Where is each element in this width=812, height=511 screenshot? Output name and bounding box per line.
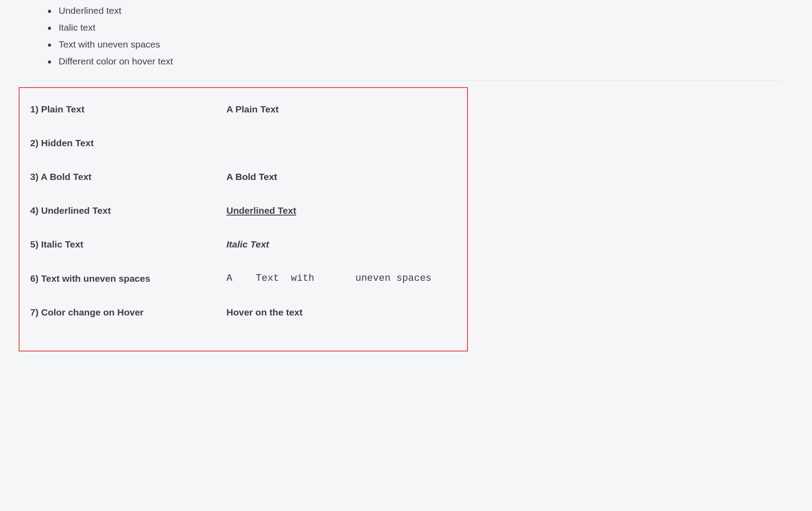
row-label: 1) Plain Text <box>30 104 226 115</box>
demo-box: 1) Plain Text A Plain Text 2) Hidden Tex… <box>19 87 468 351</box>
bold-text-value: A Bold Text <box>226 172 277 182</box>
row-label: 7) Color change on Hover <box>30 307 226 318</box>
bullet-item: Different color on hover text <box>48 53 781 70</box>
row-bold-text: 3) A Bold Text A Bold Text <box>30 160 456 194</box>
row-italic-text: 5) Italic Text Italic Text <box>30 228 456 261</box>
row-label: 4) Underlined Text <box>30 205 226 216</box>
row-label: 6) Text with uneven spaces <box>30 273 226 284</box>
bullet-item: Underlined text <box>48 2 781 19</box>
bullet-list: Underlined text Italic text Text with un… <box>31 2 781 70</box>
row-label: 2) Hidden Text <box>30 138 226 148</box>
row-underlined-text: 4) Underlined Text Underlined Text <box>30 194 456 228</box>
row-label: 5) Italic Text <box>30 239 226 250</box>
row-uneven-spaces-text: 6) Text with uneven spaces A Text with u… <box>30 261 456 295</box>
row-hover-text: 7) Color change on Hover Hover on the te… <box>30 295 456 329</box>
plain-text-value: A Plain Text <box>226 104 279 115</box>
uneven-spaces-text-value: A Text with uneven spaces <box>226 273 432 284</box>
bullet-item: Italic text <box>48 19 781 36</box>
underlined-text-value: Underlined Text <box>226 205 296 216</box>
divider <box>31 80 781 81</box>
row-plain-text: 1) Plain Text A Plain Text <box>30 92 456 126</box>
bullet-item: Text with uneven spaces <box>48 36 781 53</box>
row-hidden-text: 2) Hidden Text <box>30 126 456 160</box>
italic-text-value: Italic Text <box>226 239 269 250</box>
row-label: 3) A Bold Text <box>30 172 226 182</box>
hover-text-value[interactable]: Hover on the text <box>226 307 303 318</box>
